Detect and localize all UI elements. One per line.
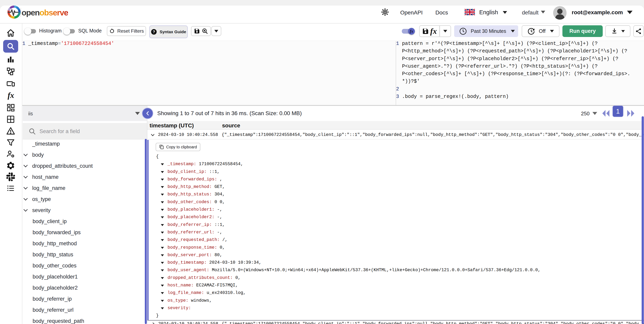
svg-text:fx: fx — [8, 91, 14, 100]
svg-text:?: ? — [153, 30, 155, 34]
